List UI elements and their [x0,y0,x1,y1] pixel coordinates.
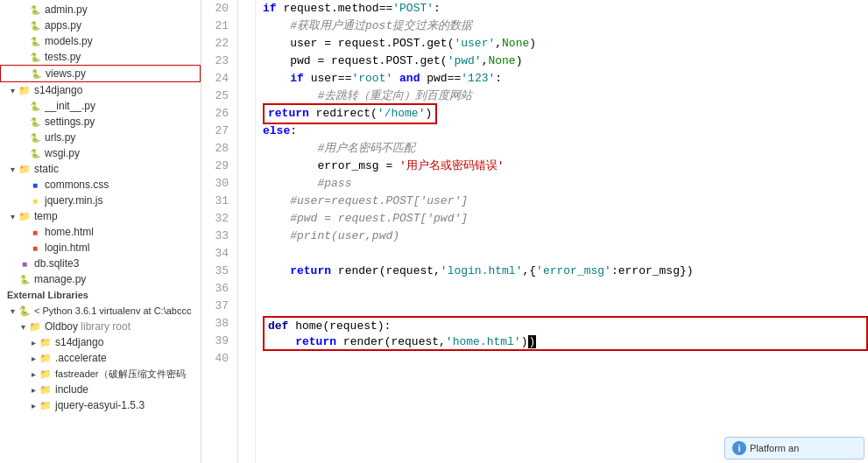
py-file-icon [28,3,42,17]
sidebar-item-label: db.sqlite3 [34,257,201,270]
sidebar-item-label: static [34,163,201,175]
folder-arrow [28,401,39,410]
folder-arrow [28,338,39,347]
sidebar-item-label: < Python 3.6.1 virtualenv at C:\abccc [34,305,201,316]
sidebar-item-manage-py[interactable]: manage.py [0,271,201,287]
sidebar-item-admin-py[interactable]: admin.py [0,2,201,18]
code-line-35: return render(request,'login.html',{'err… [263,263,868,280]
html-file-icon [28,241,42,255]
sidebar-item-s14django2[interactable]: s14django [0,334,201,350]
py-file-icon [18,272,32,286]
folder-arrow [18,322,28,332]
folder-icon [18,162,32,176]
info-icon: i [732,441,746,455]
folder-arrow [7,306,18,316]
line-numbers: 20 21 22 23 24 25 26 27 28 29 30 31 32 3… [201,0,238,463]
sidebar-item-label: wsgi.py [45,147,201,159]
folder-icon [39,335,53,349]
sidebar-item-models-py[interactable]: models.py [0,33,201,49]
py-file-icon [28,146,42,160]
sidebar-item-label: models.py [45,35,201,47]
code-line-27: else: [263,123,868,140]
sidebar-item-label: s14django [34,84,201,96]
sidebar-item-tests-py[interactable]: tests.py [0,49,201,65]
file-tree[interactable]: admin.py apps.py models.py tests.py view… [0,0,201,463]
folder-arrow [7,86,18,95]
sidebar-item-label: admin.py [45,4,201,16]
py-file-icon [29,67,43,81]
code-line-38: def home(request): [263,316,868,333]
external-libraries-header: External Libraries [0,287,201,303]
sidebar-item-static[interactable]: static [0,161,201,177]
code-line-36 [263,280,868,298]
py-file-icon [28,18,42,32]
sidebar-item-label: fastreader（破解压缩文件密码 [55,368,201,381]
sidebar-item-label: jquery.min.js [45,194,201,207]
sidebar-item-label: commons.css [45,179,201,191]
folder-arrow [28,354,39,363]
sidebar-item-label: jquery-easyui-1.5.3 [55,399,201,411]
sidebar-item-oldboy[interactable]: Oldboy library root [0,319,201,334]
sidebar-item-temp[interactable]: temp [0,208,201,224]
sidebar-item-label: Oldboy library root [45,320,201,333]
html-file-icon [28,225,42,239]
code-line-24: if user=='root' and pwd=='123': [263,70,868,88]
sidebar-item-views-py[interactable]: views.py [0,65,201,82]
code-line-30: #pass [263,175,868,193]
code-line-21: #获取用户通过post提交过来的数据 [263,18,868,35]
sidebar-item-label: login.html [45,242,201,254]
sidebar-item-accelerate[interactable]: .accelerate [0,350,201,366]
code-line-39: return render(request,'home.html')) [263,333,868,351]
editor-gutter [238,0,256,463]
folder-arrow [28,385,39,395]
code-line-33: #print(user,pwd) [263,228,868,245]
sidebar-item-label: views.py [46,67,200,80]
sidebar-item-label: include [55,383,201,396]
code-line-34 [263,245,868,263]
sidebar-item-wsgi-py[interactable]: wsgi.py [0,145,201,161]
folder-icon [18,209,32,223]
folder-arrow [28,369,39,379]
css-file-icon [28,178,42,192]
platform-text: Platform an [750,443,799,453]
sidebar-item-db-sqlite3[interactable]: db.sqlite3 [0,256,201,271]
python-icon: 🐍 [18,304,32,318]
code-line-22: user = request.POST.get('user',None) [263,35,868,53]
code-editor[interactable]: 20 21 22 23 24 25 26 27 28 29 30 31 32 3… [201,0,868,463]
code-line-37 [263,298,868,315]
sidebar-item-jquery-js[interactable]: jquery.min.js [0,193,201,208]
sidebar-item-apps-py[interactable]: apps.py [0,18,201,33]
sidebar-item-include[interactable]: include [0,382,201,397]
sidebar-item-jquery-easyui[interactable]: jquery-easyui-1.5.3 [0,397,201,413]
folder-icon [28,319,42,333]
folder-icon [39,382,53,396]
folder-arrow [7,212,18,221]
py-file-icon [28,34,42,48]
sidebar-item-label: apps.py [45,19,201,32]
sidebar-item-urls-py[interactable]: urls.py [0,130,201,145]
code-line-25: #去跳转（重定向）到百度网站 [263,88,868,105]
sidebar-item-label: manage.py [34,273,201,285]
folder-arrow [7,165,18,174]
sidebar-item-s14django[interactable]: s14django [0,82,201,98]
js-file-icon [28,193,42,207]
sidebar-item-fastreader[interactable]: fastreader（破解压缩文件密码 [0,366,201,382]
sidebar-item-commons-css[interactable]: commons.css [0,177,201,193]
sidebar-item-settings-py[interactable]: settings.py [0,114,201,130]
sidebar-item-home-html[interactable]: home.html [0,224,201,240]
sidebar-item-label: s14django [55,336,201,348]
folder-icon [39,367,53,381]
py-file-icon [28,99,42,113]
sidebar-item-label: settings.py [45,116,201,128]
py-file-icon [28,130,42,144]
sidebar-item-login-html[interactable]: login.html [0,240,201,256]
code-line-28: #用户名密码不匹配 [263,140,868,158]
code-line-40 [263,351,868,368]
code-line-32: #pwd = request.POST['pwd'] [263,210,868,228]
sidebar-item-label: __init__.py [45,100,201,112]
code-content[interactable]: if request.method=='POST': #获取用户通过post提交… [256,0,868,463]
sidebar-item-python-virtualenv[interactable]: 🐍 < Python 3.6.1 virtualenv at C:\abccc [0,303,201,319]
sidebar-item-init-py[interactable]: __init__.py [0,98,201,114]
code-line-26: return redirect('/home') [263,105,868,123]
code-line-31: #user=request.POST['user'] [263,193,868,210]
